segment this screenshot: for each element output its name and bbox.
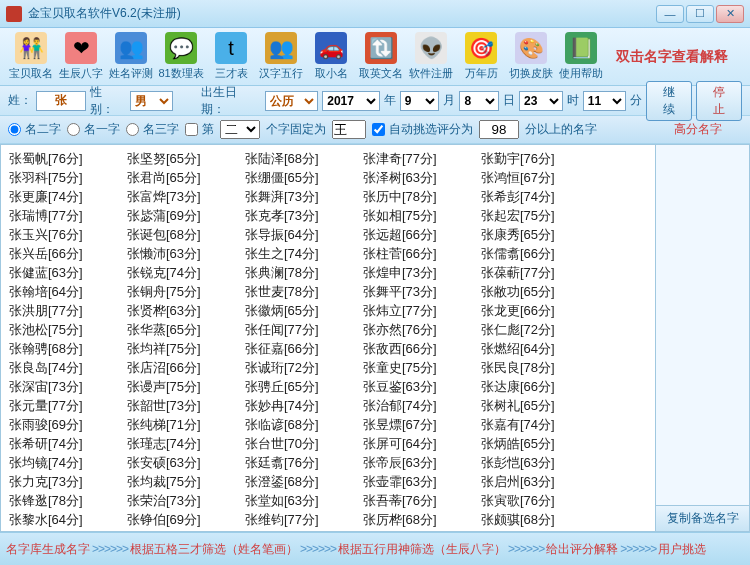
fix-pos[interactable]: 第 (185, 121, 214, 138)
name-item[interactable]: 张元量[77分] (9, 396, 127, 415)
name-item[interactable]: 张仁彪[72分] (481, 320, 599, 339)
name-item[interactable]: 张徽炳[65分] (245, 301, 363, 320)
name-item[interactable]: 张导振[64分] (245, 225, 363, 244)
name-item[interactable]: 张台世[70分] (245, 434, 363, 453)
name-item[interactable]: 张荣治[73分] (127, 491, 245, 510)
name-item[interactable]: 张翰培[64分] (9, 282, 127, 301)
name-item[interactable]: 张铮伯[69分] (127, 510, 245, 529)
name-item[interactable]: 张敌西[66分] (363, 339, 481, 358)
name-item[interactable]: 张儒翥[66分] (481, 244, 599, 263)
tool-1[interactable]: ❤生辰八字 (56, 30, 106, 83)
name-item[interactable]: 张谩声[75分] (127, 377, 245, 396)
tool-9[interactable]: 🎯万年历 (456, 30, 506, 83)
year-select[interactable]: 2017 (322, 91, 380, 111)
name-item[interactable]: 张鸿恒[67分] (481, 168, 599, 187)
minimize-button[interactable]: — (656, 5, 684, 23)
tool-0[interactable]: 👫宝贝取名 (6, 30, 56, 83)
name-item[interactable]: 张寅歌[76分] (481, 491, 599, 510)
name-item[interactable]: 张吾蒂[76分] (363, 491, 481, 510)
fix-pos-select[interactable]: 二 (220, 120, 260, 139)
name-item[interactable]: 张亦然[76分] (363, 320, 481, 339)
name-item[interactable]: 张深宙[73分] (9, 377, 127, 396)
name-item[interactable]: 张希研[74分] (9, 434, 127, 453)
fix-char-input[interactable] (332, 120, 366, 139)
name-item[interactable]: 张征嘉[66分] (245, 339, 363, 358)
name-item[interactable]: 张远超[66分] (363, 225, 481, 244)
name-item[interactable]: 张童史[75分] (363, 358, 481, 377)
name-item[interactable]: 张治郁[74分] (363, 396, 481, 415)
name-item[interactable]: 张陆泽[68分] (245, 149, 363, 168)
name-item[interactable]: 张兴岳[66分] (9, 244, 127, 263)
name-item[interactable]: 张如相[75分] (363, 206, 481, 225)
name-item[interactable]: 张颇骐[68分] (481, 510, 599, 529)
name-item[interactable]: 张诞包[68分] (127, 225, 245, 244)
name-item[interactable]: 张起宏[75分] (481, 206, 599, 225)
name-list[interactable]: 张蜀帆[76分]张羽科[75分]张更廉[74分]张瑞博[77分]张玉兴[76分]… (0, 144, 655, 532)
minute-select[interactable]: 11 (583, 91, 627, 111)
name-item[interactable]: 张纯梯[71分] (127, 415, 245, 434)
name-item[interactable]: 张历中[78分] (363, 187, 481, 206)
name-item[interactable]: 张嘉有[74分] (481, 415, 599, 434)
name-item[interactable]: 张帝辰[63分] (363, 453, 481, 472)
score-input[interactable] (479, 120, 519, 139)
name-item[interactable]: 张健蓝[63分] (9, 263, 127, 282)
name-item[interactable]: 张临谚[68分] (245, 415, 363, 434)
name-item[interactable]: 张骋丘[65分] (245, 377, 363, 396)
tool-4[interactable]: t三才表 (206, 30, 256, 83)
tool-5[interactable]: 👥汉字五行 (256, 30, 306, 83)
name-item[interactable]: 张均祥[75分] (127, 339, 245, 358)
name-item[interactable]: 张君尚[65分] (127, 168, 245, 187)
name-item[interactable]: 张康秀[65分] (481, 225, 599, 244)
name-item[interactable]: 张舞平[73分] (363, 282, 481, 301)
stop-button[interactable]: 停止 (696, 81, 742, 121)
tool-2[interactable]: 👥姓名评测 (106, 30, 156, 83)
name-item[interactable]: 张池松[75分] (9, 320, 127, 339)
name-item[interactable]: 张绷僵[65分] (245, 168, 363, 187)
name-item[interactable]: 张玉兴[76分] (9, 225, 127, 244)
name-item[interactable]: 张炳皓[65分] (481, 434, 599, 453)
name-item[interactable]: 张瑞博[77分] (9, 206, 127, 225)
name-item[interactable]: 张刚卡[63分] (481, 529, 599, 532)
name-item[interactable]: 张勤宇[76分] (481, 149, 599, 168)
name-item[interactable]: 张蜀帆[76分] (9, 149, 127, 168)
name-item[interactable]: 张翰骋[68分] (9, 339, 127, 358)
name-item[interactable]: 张富烨[73分] (127, 187, 245, 206)
high-score-link[interactable]: 高分名字 (674, 121, 722, 138)
name-item[interactable]: 张炜立[77分] (363, 301, 481, 320)
name-item[interactable]: 张昱熛[67分] (363, 415, 481, 434)
tool-11[interactable]: 📗使用帮助 (556, 30, 606, 83)
name-item[interactable]: 张树礼[65分] (481, 396, 599, 415)
name-item[interactable]: 张锋逖[78分] (9, 491, 127, 510)
name-item[interactable]: 张民良[78分] (481, 358, 599, 377)
tool-3[interactable]: 💬81数理表 (156, 30, 206, 83)
name-item[interactable]: 张希彭[74分] (481, 187, 599, 206)
name-item[interactable]: 张均裁[75分] (127, 472, 245, 491)
name-item[interactable]: 张维钧[77分] (245, 510, 363, 529)
close-button[interactable]: ✕ (716, 5, 744, 23)
name-item[interactable]: 张坚努[65分] (127, 149, 245, 168)
name-item[interactable]: 张屏可[64分] (363, 434, 481, 453)
name-item[interactable]: 张廷翥[76分] (245, 453, 363, 472)
name-item[interactable]: 张壶霏[63分] (363, 472, 481, 491)
continue-button[interactable]: 继续 (646, 81, 692, 121)
name-item[interactable]: 张燃绍[64分] (481, 339, 599, 358)
name-item[interactable]: 张雨骏[69分] (9, 415, 127, 434)
name-item[interactable]: 张诚珩[72分] (245, 358, 363, 377)
name-item[interactable]: 张舞湃[73分] (245, 187, 363, 206)
name-item[interactable]: 张黎水[64分] (9, 510, 127, 529)
name-item[interactable]: 张力克[73分] (9, 472, 127, 491)
day-select[interactable]: 8 (459, 91, 499, 111)
copy-selected-button[interactable]: 复制备选名字 (656, 505, 749, 531)
opt-one-char[interactable]: 名一字 (67, 121, 120, 138)
name-item[interactable]: 张铜舟[75分] (127, 282, 245, 301)
name-item[interactable]: 张懒沛[63分] (127, 244, 245, 263)
name-item[interactable]: 张韶世[73分] (127, 396, 245, 415)
name-item[interactable]: 张宪鹏[64分] (245, 529, 363, 532)
name-item[interactable]: 张柱菅[66分] (363, 244, 481, 263)
tool-7[interactable]: 🔃取英文名 (356, 30, 406, 83)
name-item[interactable]: 张启州[63分] (481, 472, 599, 491)
name-item[interactable]: 张洪朋[77分] (9, 301, 127, 320)
name-item[interactable]: 张安硕[63分] (127, 453, 245, 472)
tool-8[interactable]: 👽软件注册 (406, 30, 456, 83)
name-item[interactable]: 张全望[65分] (9, 529, 127, 532)
